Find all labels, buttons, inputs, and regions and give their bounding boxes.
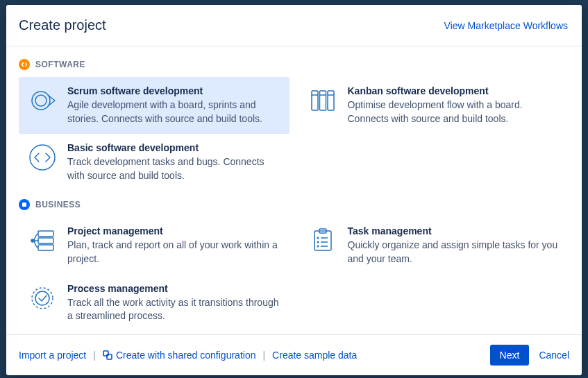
task-management-icon (308, 225, 338, 256)
template-title: Basic software development (67, 142, 281, 153)
code-icon (27, 142, 58, 173)
template-basic[interactable]: Basic software development Track develop… (19, 134, 289, 191)
template-task-management[interactable]: Task management Quickly organize and ass… (299, 217, 570, 274)
svg-rect-2 (312, 91, 318, 110)
shared-config-icon (103, 350, 112, 360)
business-templates: Project management Plan, track and repor… (19, 217, 569, 331)
kanban-icon (308, 85, 338, 116)
marketplace-workflows-link[interactable]: View Marketplace Workflows (444, 20, 568, 31)
create-project-dialog: Create project View Marketplace Workflow… (6, 5, 582, 375)
svg-rect-9 (22, 203, 26, 207)
business-category-icon (19, 199, 30, 210)
template-text: Scrum software development Agile develop… (67, 85, 281, 126)
category-software: SOFTWARE Scrum software development Agil… (19, 59, 569, 191)
template-title: Task management (348, 225, 562, 237)
svg-rect-10 (38, 231, 53, 237)
separator: | (93, 350, 96, 361)
svg-point-13 (31, 239, 34, 242)
template-desc: Track all the work activity as it transi… (67, 296, 281, 323)
template-title: Scrum software development (67, 85, 281, 96)
template-text: Process management Track all the work ac… (67, 283, 281, 323)
software-category-icon (19, 59, 30, 70)
template-text: Project management Plan, track and repor… (67, 225, 281, 266)
svg-rect-12 (38, 245, 53, 250)
category-label: BUSINESS (35, 200, 81, 209)
scrum-icon (27, 85, 58, 116)
dialog-body: SOFTWARE Scrum software development Agil… (6, 46, 582, 334)
category-header-software: SOFTWARE (19, 59, 569, 70)
svg-point-8 (30, 145, 55, 170)
template-desc: Agile development with a board, sprints … (67, 98, 281, 126)
shared-config-text: Create with shared configuration (116, 350, 256, 361)
category-header-business: BUSINESS (19, 199, 569, 210)
process-management-icon (27, 283, 58, 313)
template-text: Task management Quickly organize and ass… (348, 225, 562, 266)
svg-rect-3 (319, 91, 326, 110)
svg-point-0 (32, 92, 50, 110)
software-templates: Scrum software development Agile develop… (19, 77, 569, 191)
svg-point-1 (35, 95, 47, 106)
template-title: Kanban software development (348, 85, 562, 96)
next-button[interactable]: Next (490, 345, 530, 366)
footer-right: Next Cancel (490, 345, 569, 366)
svg-rect-4 (328, 91, 334, 110)
template-desc: Optimise development flow with a board. … (348, 98, 562, 126)
template-title: Process management (67, 283, 281, 294)
template-text: Basic software development Track develop… (67, 142, 281, 182)
sample-data-link[interactable]: Create sample data (272, 350, 357, 361)
template-title: Project management (67, 225, 281, 237)
dialog-footer: Import a project | Create with shared co… (6, 334, 582, 375)
template-desc: Plan, track and report on all of your wo… (67, 239, 281, 266)
project-management-icon (27, 225, 58, 256)
template-project-management[interactable]: Project management Plan, track and repor… (19, 217, 289, 274)
svg-rect-26 (107, 354, 112, 359)
template-kanban[interactable]: Kanban software development Optimise dev… (299, 77, 570, 134)
template-desc: Track development tasks and bugs. Connec… (67, 155, 281, 182)
category-business: BUSINESS Projec (19, 199, 569, 331)
template-desc: Quickly organize and assign simple tasks… (348, 239, 562, 266)
category-label: SOFTWARE (35, 60, 85, 69)
dialog-title: Create project (19, 17, 106, 33)
separator: | (262, 350, 265, 361)
template-text: Kanban software development Optimise dev… (348, 85, 562, 126)
svg-rect-25 (103, 351, 108, 356)
svg-point-24 (35, 291, 49, 305)
shared-config-link[interactable]: Create with shared configuration (103, 350, 256, 361)
template-process-management[interactable]: Process management Track all the work ac… (19, 275, 289, 332)
template-scrum[interactable]: Scrum software development Agile develop… (19, 77, 289, 134)
cancel-button[interactable]: Cancel (539, 350, 569, 361)
dialog-header: Create project View Marketplace Workflow… (6, 5, 582, 46)
footer-left: Import a project | Create with shared co… (19, 350, 357, 361)
svg-rect-11 (38, 238, 53, 243)
import-project-link[interactable]: Import a project (19, 350, 86, 361)
svg-rect-15 (314, 231, 331, 250)
